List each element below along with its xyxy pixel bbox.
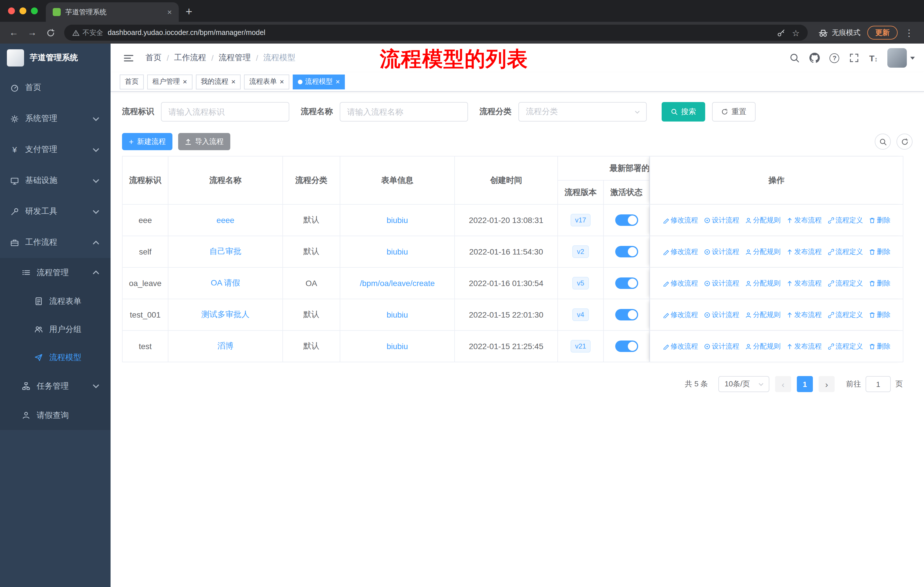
reset-button[interactable]: 重置 — [712, 102, 756, 122]
process-definition-link[interactable]: 流程定义 — [827, 341, 863, 351]
sidebar-item-workflow[interactable]: 工作流程 — [0, 227, 111, 258]
current-page-button[interactable]: 1 — [797, 376, 813, 392]
close-icon[interactable]: × — [336, 78, 340, 85]
reload-button[interactable] — [42, 25, 58, 41]
forward-button[interactable]: → — [24, 25, 40, 41]
browser-tab[interactable]: 芋道管理系统 × — [46, 2, 179, 22]
version-badge[interactable]: v5 — [572, 277, 589, 289]
sidebar-item-user-group[interactable]: 用户分组 — [0, 315, 111, 343]
toggle-search-button[interactable] — [875, 134, 891, 150]
user-menu[interactable] — [887, 48, 915, 68]
delete-process-link[interactable]: 删除 — [869, 310, 891, 319]
sidebar-item-process-mgmt[interactable]: 流程管理 — [0, 258, 111, 287]
close-icon[interactable]: × — [183, 78, 187, 85]
address-bar[interactable]: 不安全 dashboard.yudao.iocoder.cn/bpm/manag… — [64, 25, 808, 41]
font-size-button[interactable]: T↕ — [869, 53, 878, 63]
browser-menu-icon[interactable]: ⋮ — [900, 27, 918, 38]
assign-rule-link[interactable]: 分配规则 — [745, 341, 780, 351]
update-button[interactable]: 更新 — [867, 26, 898, 40]
assign-rule-link[interactable]: 分配规则 — [745, 310, 780, 319]
modify-process-link[interactable]: 修改流程 — [663, 278, 698, 288]
status-toggle[interactable] — [615, 341, 638, 352]
version-badge[interactable]: v17 — [571, 214, 591, 227]
version-badge[interactable]: v4 — [572, 308, 589, 321]
github-link-button[interactable] — [810, 53, 820, 63]
sidebar-item-payment[interactable]: ¥ 支付管理 — [0, 134, 111, 165]
close-window-button[interactable] — [8, 7, 15, 14]
process-name-link[interactable]: 自己审批 — [210, 246, 241, 256]
sidebar-item-process-model[interactable]: 流程模型 — [0, 343, 111, 372]
process-name-link[interactable]: eeee — [216, 215, 234, 225]
form-info-link[interactable]: /bpm/oa/leave/create — [360, 279, 435, 288]
sidebar-item-home[interactable]: 首页 — [0, 72, 111, 103]
process-definition-link[interactable]: 流程定义 — [827, 215, 863, 225]
tag-home[interactable]: 首页 — [120, 74, 144, 89]
minimize-window-button[interactable] — [20, 7, 26, 14]
publish-process-link[interactable]: 发布流程 — [786, 278, 822, 288]
create-process-button[interactable]: + 新建流程 — [122, 133, 172, 150]
back-button[interactable]: ← — [6, 25, 22, 41]
design-process-link[interactable]: 设计流程 — [704, 247, 739, 256]
tag-my-process[interactable]: 我的流程 × — [196, 74, 241, 89]
breadcrumb-item[interactable]: 流程管理 — [219, 53, 251, 63]
form-info-link[interactable]: biubiu — [387, 342, 408, 351]
new-tab-button[interactable]: + — [186, 5, 192, 18]
sidebar-item-task-mgmt[interactable]: 任务管理 — [0, 372, 111, 401]
form-info-link[interactable]: biubiu — [387, 215, 408, 225]
status-toggle[interactable] — [615, 278, 638, 289]
status-toggle[interactable] — [615, 246, 638, 257]
modify-process-link[interactable]: 修改流程 — [663, 341, 698, 351]
close-icon[interactable]: × — [280, 78, 284, 85]
process-name-input[interactable] — [340, 102, 468, 122]
process-name-link[interactable]: 测试多审批人 — [201, 309, 249, 319]
version-badge[interactable]: v2 — [572, 245, 589, 258]
assign-rule-link[interactable]: 分配规则 — [745, 215, 780, 225]
sidebar-item-infra[interactable]: 基础设施 — [0, 165, 111, 196]
security-warning[interactable]: 不安全 — [72, 28, 103, 38]
publish-process-link[interactable]: 发布流程 — [786, 247, 822, 256]
tag-tenant[interactable]: 租户管理 × — [147, 74, 192, 89]
publish-process-link[interactable]: 发布流程 — [786, 310, 822, 319]
publish-process-link[interactable]: 发布流程 — [786, 215, 822, 225]
bookmark-star-icon[interactable]: ☆ — [792, 28, 800, 37]
modify-process-link[interactable]: 修改流程 — [663, 215, 698, 225]
tab-close-icon[interactable]: × — [167, 7, 172, 17]
password-key-icon[interactable] — [777, 28, 785, 37]
sidebar-item-process-form[interactable]: 流程表单 — [0, 287, 111, 315]
page-size-select[interactable]: 10条/页 — [718, 376, 769, 392]
process-id-input[interactable] — [161, 102, 289, 122]
sidebar-item-leave-query[interactable]: 请假查询 — [0, 401, 111, 430]
breadcrumb-item[interactable]: 工作流程 — [174, 53, 206, 63]
delete-process-link[interactable]: 删除 — [869, 278, 891, 288]
goto-page-input[interactable] — [866, 376, 891, 392]
assign-rule-link[interactable]: 分配规则 — [745, 247, 780, 256]
design-process-link[interactable]: 设计流程 — [704, 215, 739, 225]
process-definition-link[interactable]: 流程定义 — [827, 247, 863, 256]
delete-process-link[interactable]: 删除 — [869, 215, 891, 225]
status-toggle[interactable] — [615, 309, 638, 321]
header-search-button[interactable] — [790, 53, 800, 63]
refresh-table-button[interactable] — [896, 134, 912, 150]
delete-process-link[interactable]: 删除 — [869, 341, 891, 351]
design-process-link[interactable]: 设计流程 — [704, 278, 739, 288]
breadcrumb-item[interactable]: 首页 — [145, 53, 162, 63]
zoom-window-button[interactable] — [31, 7, 38, 14]
version-badge[interactable]: v21 — [571, 340, 591, 352]
form-info-link[interactable]: biubiu — [387, 310, 408, 319]
modify-process-link[interactable]: 修改流程 — [663, 247, 698, 256]
prev-page-button[interactable]: ‹ — [775, 376, 791, 392]
import-process-button[interactable]: 导入流程 — [178, 133, 230, 150]
sidebar-item-devtools[interactable]: 研发工具 — [0, 196, 111, 227]
form-info-link[interactable]: biubiu — [387, 247, 408, 256]
process-definition-link[interactable]: 流程定义 — [827, 278, 863, 288]
status-toggle[interactable] — [615, 214, 638, 226]
process-name-link[interactable]: 滔博 — [218, 341, 233, 350]
process-name-link[interactable]: OA 请假 — [211, 278, 240, 287]
design-process-link[interactable]: 设计流程 — [704, 341, 739, 351]
next-page-button[interactable]: › — [818, 376, 835, 392]
assign-rule-link[interactable]: 分配规则 — [745, 278, 780, 288]
modify-process-link[interactable]: 修改流程 — [663, 310, 698, 319]
process-category-select[interactable]: 流程分类 — [518, 102, 647, 122]
search-button[interactable]: 搜索 — [662, 102, 705, 122]
publish-process-link[interactable]: 发布流程 — [786, 341, 822, 351]
